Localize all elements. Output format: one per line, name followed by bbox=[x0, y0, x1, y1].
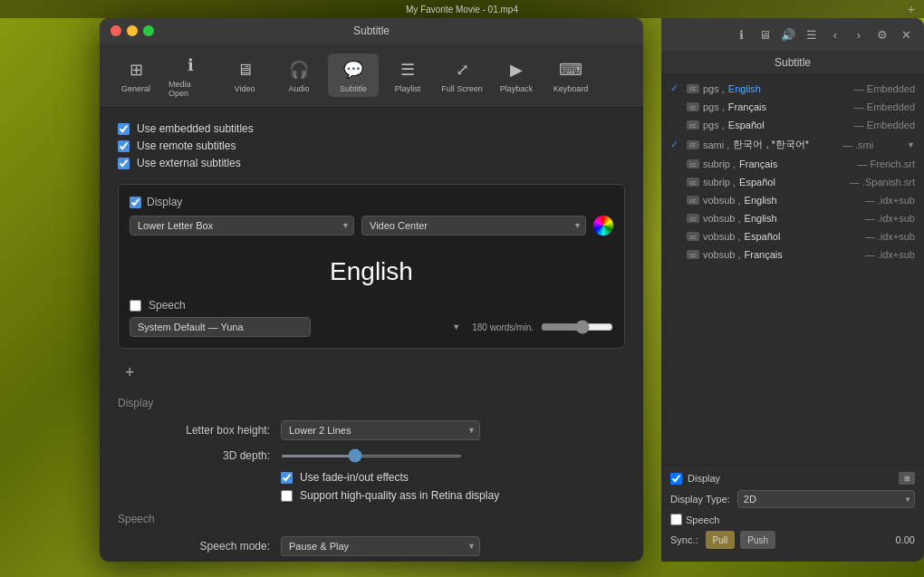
audio-panel-icon[interactable]: 🔊 bbox=[779, 25, 797, 43]
fullscreen-icon: ⤢ bbox=[449, 57, 475, 82]
subtitle-lang: Español bbox=[739, 177, 775, 188]
embedded-checkbox[interactable] bbox=[118, 123, 130, 135]
right-panel-toolbar: ℹ 🖥 🔊 ☰ ‹ › ⚙ ✕ bbox=[661, 18, 924, 51]
toolbar-label-fullscreen: Full Screen bbox=[441, 84, 483, 93]
remote-checkbox[interactable] bbox=[118, 140, 130, 152]
expand-arrow-icon: ▼ bbox=[907, 140, 915, 149]
subtitle-source: — .idx+sub bbox=[865, 195, 915, 206]
keyboard-icon: ⌨ bbox=[558, 57, 583, 82]
maximize-button[interactable] bbox=[143, 25, 154, 36]
rp-speech-checkbox[interactable] bbox=[670, 514, 682, 525]
subtitle-lang: Español bbox=[728, 120, 765, 130]
toolbar-item-fullscreen[interactable]: ⤢ Full Screen bbox=[437, 53, 487, 97]
subtitle-source: — .idx+sub bbox=[865, 231, 915, 242]
close-button[interactable] bbox=[111, 25, 121, 36]
sub-format-badge: cc bbox=[687, 102, 699, 111]
subtitle-lang: Français bbox=[739, 159, 777, 169]
subtitle-source: — .idx+sub bbox=[865, 249, 915, 260]
toolbar-item-mediaopen[interactable]: ℹ Media Open bbox=[165, 49, 216, 101]
remote-checkbox-row: Use remote subtitles bbox=[118, 139, 625, 152]
check-icon: ✓ bbox=[670, 139, 683, 150]
toolbar-item-video[interactable]: 🖥 Video bbox=[219, 53, 270, 97]
app-titlebar: My Favorite Movie - 01.mp4 + bbox=[0, 0, 924, 18]
toolbar-item-general[interactable]: ⊞ General bbox=[111, 53, 161, 97]
video-icon: 🖥 bbox=[232, 57, 257, 82]
videocenter-select[interactable]: Video Center bbox=[361, 216, 586, 236]
settings-icon[interactable]: ⚙ bbox=[873, 25, 891, 43]
toolbar-item-audio[interactable]: 🎧 Audio bbox=[274, 53, 324, 97]
embedded-checkbox-row: Use embedded subtitles bbox=[118, 122, 625, 135]
depth-row: 3D depth: bbox=[118, 449, 625, 462]
speech-row: Speech bbox=[130, 299, 613, 312]
toolbar-item-playback[interactable]: ▶ Playback bbox=[491, 53, 542, 97]
subtitle-list-item[interactable]: cc vobsub , Español — .idx+sub bbox=[661, 227, 924, 245]
traffic-lights bbox=[111, 25, 154, 36]
playlist-icon: ☰ bbox=[395, 57, 420, 82]
external-checkbox[interactable] bbox=[118, 158, 130, 169]
subtitle-list-item[interactable]: cc pgs , Français — Embedded bbox=[661, 98, 924, 116]
mediaopen-icon: ℹ bbox=[178, 53, 203, 78]
toolbar-item-keyboard[interactable]: ⌨ Keyboard bbox=[545, 53, 596, 97]
screen-icon[interactable]: 🖥 bbox=[756, 25, 774, 43]
add-subtitle-button[interactable]: + bbox=[118, 360, 142, 386]
speech-controls: System Default — Yuna ▼ 180 words/min. bbox=[130, 317, 613, 337]
sync-pull-button[interactable]: Pull bbox=[706, 531, 736, 549]
speech-mode-select-wrapper: Pause & Play ▼ bbox=[281, 536, 480, 556]
display-checkbox[interactable] bbox=[130, 197, 141, 208]
subtitle-format: pgs , bbox=[703, 101, 725, 112]
minimize-button[interactable] bbox=[127, 25, 138, 36]
rp-speech-checkbox-group: Speech bbox=[670, 514, 719, 525]
speech-voice-select[interactable]: System Default — Yuna bbox=[130, 317, 311, 337]
letterbox-select[interactable]: Lower Letter Box bbox=[130, 216, 354, 236]
info-icon[interactable]: ℹ bbox=[732, 25, 750, 43]
subtitle-list: ✓ cc pgs , English — Embedded cc pgs , F… bbox=[661, 75, 924, 464]
subtitle-list-item[interactable]: ✓ cc pgs , English — Embedded bbox=[661, 79, 924, 98]
chevron-right-icon[interactable]: › bbox=[850, 25, 868, 43]
fade-label: Use fade-in/out effects bbox=[300, 471, 409, 484]
subtitle-list-item[interactable]: ✓ cc sami , 한국어 , *한국어* — .smi ▼ bbox=[661, 134, 924, 155]
subtitle-source: — .Spanish.srt bbox=[850, 177, 915, 188]
subtitle-source: — .idx+sub bbox=[865, 213, 915, 224]
subtitle-options: Use embedded subtitles Use remote subtit… bbox=[118, 122, 625, 169]
rp-display-type-select[interactable]: 2D bbox=[737, 490, 915, 508]
right-panel-title: Subtitle bbox=[661, 51, 924, 75]
right-panel-bottom: Display ⊞ Display Type: 2D ▼ Speech S bbox=[661, 464, 924, 562]
speech-speed-slider[interactable] bbox=[541, 320, 613, 334]
toolbar: ⊞ General ℹ Media Open 🖥 Video 🎧 Audio 💬… bbox=[100, 43, 643, 108]
speech-mode-select[interactable]: Pause & Play bbox=[281, 536, 480, 556]
depth-slider[interactable] bbox=[281, 455, 462, 457]
subtitle-list-item[interactable]: cc pgs , Español — Embedded bbox=[661, 116, 924, 134]
toolbar-label-mediaopen: Media Open bbox=[168, 80, 212, 98]
subtitle-format: subrip , bbox=[703, 177, 736, 188]
subtitle-list-item[interactable]: cc vobsub , Français — .idx+sub bbox=[661, 245, 924, 264]
retina-checkbox[interactable] bbox=[281, 490, 293, 502]
fade-checkbox[interactable] bbox=[281, 472, 293, 484]
subtitle-list-item[interactable]: cc vobsub , English — .idx+sub bbox=[661, 209, 924, 227]
list-icon[interactable]: ☰ bbox=[803, 25, 821, 43]
subtitle-list-item[interactable]: cc subrip , Français — French.srt bbox=[661, 155, 924, 173]
window-add-button[interactable]: + bbox=[908, 2, 915, 16]
letterbox-height-select-wrapper: Lower 2 Lines ▼ bbox=[281, 420, 480, 440]
sync-push-button[interactable]: Push bbox=[740, 531, 775, 549]
subtitle-list-item[interactable]: cc vobsub , English — .idx+sub bbox=[661, 191, 924, 209]
sub-format-badge: cc bbox=[687, 214, 699, 223]
rp-sync-row: Sync.: Pull Push 0.00 bbox=[670, 531, 915, 549]
chevron-left-icon[interactable]: ‹ bbox=[826, 25, 844, 43]
rp-display-checkbox[interactable] bbox=[670, 473, 682, 485]
subtitle-lang: English bbox=[745, 213, 777, 224]
speech-checkbox[interactable] bbox=[130, 300, 141, 312]
speech-mode-label: Speech mode: bbox=[118, 540, 281, 553]
window-titlebar: Subtitle bbox=[100, 18, 643, 43]
letterbox-height-select[interactable]: Lower 2 Lines bbox=[281, 420, 480, 440]
toolbar-label-general: General bbox=[121, 84, 150, 93]
toolbar-item-playlist[interactable]: ☰ Playlist bbox=[382, 53, 433, 97]
subtitle-list-item[interactable]: cc subrip , Español — .Spanish.srt bbox=[661, 173, 924, 191]
sub-format-badge: cc bbox=[687, 140, 699, 149]
letterbox-select-wrapper: Lower Letter Box ▼ bbox=[130, 216, 354, 236]
display-thumb-icon[interactable]: ⊞ bbox=[899, 472, 915, 485]
color-wheel-button[interactable] bbox=[593, 216, 613, 236]
content-area: Use embedded subtitles Use remote subtit… bbox=[100, 108, 643, 562]
close-panel-icon[interactable]: ✕ bbox=[897, 25, 915, 43]
retina-label: Support high-quality ass in Retina displ… bbox=[300, 489, 499, 502]
toolbar-item-subtitle[interactable]: 💬 Subtitle bbox=[328, 53, 379, 97]
